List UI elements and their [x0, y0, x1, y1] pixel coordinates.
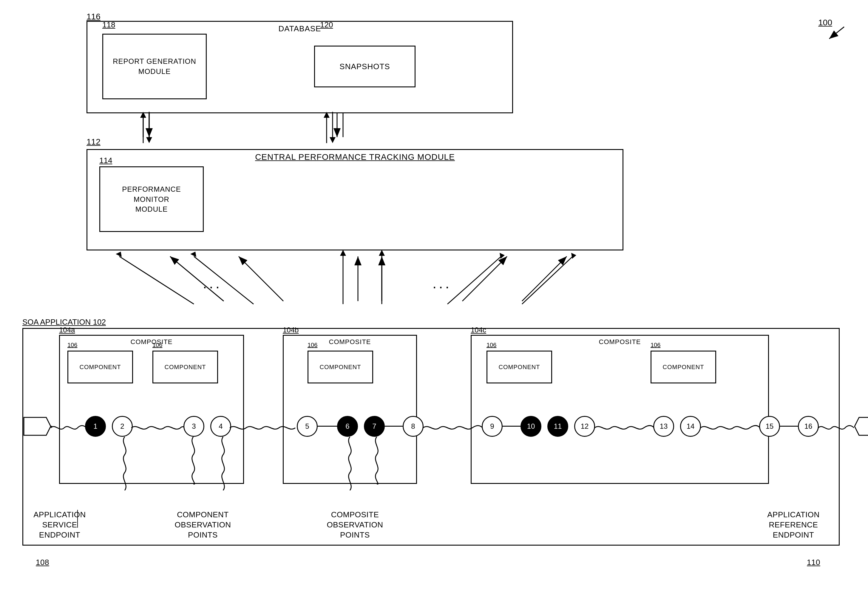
arrows-db-central — [137, 112, 161, 145]
component-obs-label: COMPONENTOBSERVATIONPOINTS — [161, 510, 245, 540]
wavy-down-4 — [217, 437, 229, 490]
ref-106-3: 106 — [307, 342, 317, 348]
circle-15: 15 — [759, 416, 780, 437]
svg-marker-27 — [329, 137, 335, 143]
circle-1: 1 — [85, 416, 106, 437]
ref-100-arrow — [826, 24, 850, 42]
svg-marker-29 — [324, 112, 329, 118]
component-106-2-label: COMPONENT — [165, 364, 206, 370]
component-106-3: COMPONENT — [307, 351, 373, 384]
circle-14: 14 — [680, 416, 701, 437]
central-box: CENTRAL PERFORMANCE TRACKING MODULE 114 … — [87, 149, 623, 251]
right-endpoint — [853, 416, 868, 437]
wavy-2-3 — [131, 422, 185, 434]
line-9-10 — [503, 426, 521, 426]
svg-marker-31 — [116, 252, 122, 257]
ref-106-5: 106 — [651, 342, 660, 348]
circle-13: 13 — [653, 416, 674, 437]
arrow-to-endpoint — [48, 507, 108, 531]
ref-110: 110 — [807, 558, 820, 568]
wavy-14-15 — [700, 422, 760, 434]
perf-monitor-label: PERFORMANCEMONITOR MODULE — [122, 184, 181, 214]
component-106-5-label: COMPONENT — [663, 364, 704, 370]
snapshots-box: SNAPSHOTS — [314, 46, 415, 87]
wavy-down-6 — [344, 437, 356, 490]
svg-marker-39 — [500, 253, 505, 259]
circle-10: 10 — [521, 416, 542, 437]
ref-104c: 104c — [471, 326, 486, 334]
svg-line-20 — [829, 27, 844, 39]
diagram-container: 100 116 DATABASE 118 REPORT GENERATIONMO… — [0, 0, 868, 593]
svg-marker-44 — [855, 417, 868, 435]
circle-2: 2 — [112, 416, 133, 437]
left-endpoint — [22, 416, 52, 437]
wavy-4-5 — [230, 422, 298, 434]
svg-line-40 — [522, 257, 573, 304]
wavy-right-end — [818, 422, 854, 434]
component-106-1-label: COMPONENT — [80, 364, 121, 370]
svg-marker-37 — [379, 250, 385, 256]
ref-118: 118 — [102, 20, 115, 30]
wavy-down-7 — [371, 437, 383, 484]
composite-104a: COMPOSITE 106 COMPONENT 106 COMPONENT — [59, 335, 244, 484]
circle-3: 3 — [183, 416, 204, 437]
line-5-6 — [318, 426, 338, 426]
arrows-snap-central — [319, 112, 343, 145]
ref-106-2: 106 — [152, 342, 162, 348]
circle-4: 4 — [210, 416, 231, 437]
svg-line-38 — [447, 257, 501, 304]
perf-monitor-box: PERFORMANCEMONITOR MODULE — [99, 167, 204, 232]
wavy-12-13 — [595, 422, 654, 434]
ref-106-1: 106 — [67, 342, 77, 348]
ref-114: 114 — [99, 156, 112, 165]
snapshots-label: SNAPSHOTS — [340, 62, 390, 71]
ref-112: 112 — [87, 137, 100, 147]
svg-marker-42 — [24, 417, 51, 435]
wavy-8-9 — [423, 422, 483, 434]
circle-9: 9 — [482, 416, 503, 437]
report-gen-box: REPORT GENERATIONMODULE — [102, 34, 207, 99]
database-label: DATABASE — [87, 24, 512, 33]
wavy-down-2 — [119, 437, 131, 490]
component-106-3-label: COMPONENT — [320, 364, 361, 370]
ref-104a: 104a — [59, 326, 75, 334]
report-gen-label: REPORT GENERATIONMODULE — [108, 56, 201, 76]
circle-11: 11 — [547, 416, 568, 437]
composite-104b-label: COMPOSITE — [329, 338, 371, 346]
svg-marker-23 — [146, 137, 152, 143]
arrows-soa-central — [60, 248, 596, 307]
svg-marker-35 — [340, 250, 346, 256]
central-label: CENTRAL PERFORMANCE TRACKING MODULE — [255, 152, 455, 162]
composite-104c: COMPOSITE 106 COMPONENT 106 COMPONENT — [471, 335, 769, 484]
circle-16: 16 — [798, 416, 819, 437]
dots-left: ... — [203, 274, 222, 293]
line-7-8 — [385, 426, 403, 426]
app-ref-endpoint-label: APPLICATIONREFERENCEENDPOINT — [755, 510, 832, 540]
line-15-16 — [780, 426, 798, 426]
ref-106-4: 106 — [487, 342, 496, 348]
component-106-2: COMPONENT — [152, 351, 218, 384]
circle-6: 6 — [337, 416, 358, 437]
svg-marker-33 — [190, 252, 196, 257]
ref-102-label: SOA APPLICATION 102 — [22, 317, 106, 327]
wavy-down-3 — [187, 437, 199, 484]
ref-116: 116 — [87, 12, 100, 21]
component-106-4-label: COMPONENT — [499, 364, 540, 370]
composite-obs-label: COMPOSITEOBSERVATIONPOINTS — [313, 510, 397, 540]
svg-marker-25 — [140, 112, 146, 118]
ref-120: 120 — [320, 20, 333, 30]
ref-104b: 104b — [283, 326, 298, 334]
dots-right: ... — [433, 274, 452, 293]
soa-box: 104a COMPOSITE 106 COMPONENT 106 COMPONE… — [22, 328, 840, 546]
database-box: DATABASE 118 REPORT GENERATIONMODULE 120… — [87, 21, 513, 113]
circle-7: 7 — [364, 416, 385, 437]
component-106-4: COMPONENT — [487, 351, 552, 384]
ref-108: 108 — [36, 558, 49, 568]
wavy-left-start — [51, 422, 87, 434]
component-106-1: COMPONENT — [67, 351, 133, 384]
circle-12: 12 — [574, 416, 595, 437]
svg-line-30 — [119, 257, 194, 304]
circle-8: 8 — [403, 416, 424, 437]
svg-marker-41 — [571, 253, 576, 259]
circle-5: 5 — [297, 416, 318, 437]
